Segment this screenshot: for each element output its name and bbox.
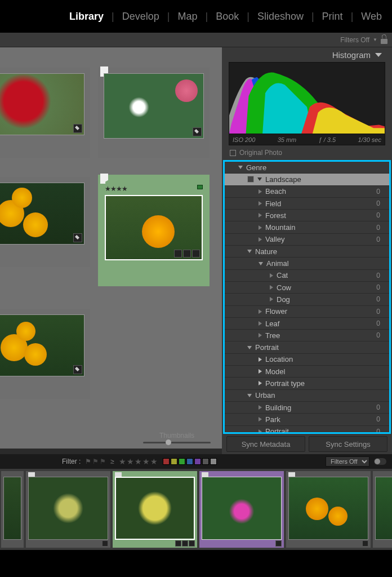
keyword-forest[interactable]: Forest0: [225, 210, 389, 221]
module-print[interactable]: Print: [322, 11, 343, 23]
keyword-park[interactable]: Park0: [225, 414, 389, 425]
grid-cell-selected[interactable]: ★★★★: [98, 175, 210, 286]
keyword-flower[interactable]: Flower0: [225, 306, 389, 318]
module-book[interactable]: Book: [216, 11, 239, 23]
lock-icon[interactable]: [381, 36, 387, 44]
histogram[interactable]: [229, 62, 385, 134]
checkbox-icon[interactable]: [230, 150, 236, 156]
filmstrip-thumb-selected[interactable]: [113, 471, 197, 548]
module-map[interactable]: Map: [177, 11, 197, 23]
color-label-green[interactable]: [197, 185, 203, 189]
filter-switch[interactable]: [374, 458, 386, 465]
keyword-building[interactable]: Building0: [225, 402, 389, 414]
checkbox-icon[interactable]: [247, 176, 254, 183]
color-filters[interactable]: [163, 458, 217, 465]
keyword-list[interactable]: Genre Landscape Beach0 Field0 Forest0 Mo…: [225, 162, 389, 434]
bottom-spacer: [0, 550, 392, 577]
keyword-mountain[interactable]: Mountain0: [225, 221, 389, 233]
keyword-portrait2[interactable]: Portrait0: [225, 426, 389, 434]
filmstrip-thumb[interactable]: [1, 471, 24, 548]
filters-off-label[interactable]: Filters Off: [340, 36, 369, 44]
adjust-icon: [192, 250, 200, 258]
module-library[interactable]: Library: [69, 11, 104, 23]
histogram-header[interactable]: Histogram: [222, 47, 392, 62]
thumbnails-label: Thumbnails: [159, 432, 194, 440]
keyword-nature[interactable]: Nature: [225, 246, 389, 258]
module-bar: Library | Develop | Map | Book | Slidesh…: [0, 0, 392, 33]
tag-icon: [73, 124, 82, 133]
grid-cell[interactable]: [98, 68, 210, 158]
keyword-cow[interactable]: Cow0: [225, 282, 389, 294]
tag-icon: [102, 540, 108, 547]
original-photo-label: Original Photo: [239, 149, 282, 157]
chevron-down-icon[interactable]: ▼: [373, 37, 377, 42]
keyword-dog[interactable]: Dog0: [225, 294, 389, 305]
grid-cell[interactable]: [0, 177, 90, 267]
iso-label: ISO 200: [233, 136, 255, 143]
keyword-tree[interactable]: Tree0: [225, 330, 389, 341]
thumbnail-size: Thumbnails: [132, 426, 222, 449]
filmstrip-thumb[interactable]: [26, 471, 110, 548]
rating-stars[interactable]: ★★★★: [105, 185, 127, 193]
focal-label: 35 mm: [278, 136, 297, 143]
keyword-landscape[interactable]: Landscape: [225, 174, 389, 185]
keyword-valley[interactable]: Valley0: [225, 234, 389, 246]
flag-filters[interactable]: ⚑⚑⚑: [85, 458, 106, 465]
lightroom-app: Library | Develop | Map | Book | Slidesh…: [0, 0, 392, 577]
tag-icon: [73, 365, 82, 374]
keyword-genre[interactable]: Genre: [225, 162, 389, 174]
thumbnail-size-slider[interactable]: [143, 442, 211, 443]
module-slideshow[interactable]: Slideshow: [257, 11, 304, 23]
filmstrip-thumb[interactable]: [373, 471, 392, 548]
keyword-portrait-type[interactable]: Portrait type: [225, 378, 389, 389]
keyword-beach[interactable]: Beach0: [225, 186, 389, 198]
filter-label: Filter :: [62, 458, 81, 465]
histogram-label: Histogram: [332, 50, 371, 60]
keyword-field[interactable]: Field0: [225, 198, 389, 210]
keyword-cat[interactable]: Cat0: [225, 270, 389, 282]
chevron-down-icon: [375, 53, 382, 57]
filmstrip-thumb[interactable]: [199, 471, 284, 548]
flag-icon[interactable]: [100, 174, 108, 184]
keyword-location[interactable]: Location: [225, 354, 389, 366]
original-photo-row[interactable]: Original Photo: [222, 145, 392, 160]
tag-icon: [193, 127, 202, 136]
grid-cell[interactable]: [0, 68, 90, 158]
keyword-animal[interactable]: Animal: [225, 258, 389, 269]
keyword-leaf[interactable]: Leaf0: [225, 318, 389, 330]
sync-buttons: Sync Metadata Sync Settings: [222, 434, 392, 454]
right-panel: Histogram ISO 200 35 mm ƒ / 3.5 1/30: [222, 47, 392, 454]
aperture-label: ƒ / 3.5: [319, 136, 336, 143]
module-develop[interactable]: Develop: [122, 11, 159, 23]
main-row: ★★★★: [0, 47, 392, 454]
star-filter[interactable]: ★★★★★: [119, 457, 158, 466]
badge-row: [174, 250, 200, 258]
filters-dropdown[interactable]: Filters Off: [326, 456, 369, 467]
sync-metadata-button[interactable]: Sync Metadata: [226, 436, 305, 452]
filmstrip[interactable]: [0, 469, 392, 550]
keyword-portrait[interactable]: Portrait: [225, 341, 389, 353]
histogram-info: ISO 200 35 mm ƒ / 3.5 1/30 sec: [229, 134, 385, 145]
tag-icon: [73, 233, 82, 242]
keyword-urban[interactable]: Urban: [225, 390, 389, 402]
ge-symbol: ≥: [110, 458, 114, 465]
module-web[interactable]: Web: [361, 11, 382, 23]
keyword-list-highlight: Genre Landscape Beach0 Field0 Forest0 Mo…: [223, 160, 391, 434]
sync-settings-button[interactable]: Sync Settings: [309, 436, 387, 452]
histogram-svg: [229, 63, 385, 134]
keyword-model[interactable]: Model: [225, 366, 389, 378]
filmstrip-thumb[interactable]: [286, 471, 371, 548]
grid-view[interactable]: ★★★★: [0, 47, 222, 449]
library-filter-row: Filters Off ▼: [0, 33, 392, 47]
shutter-label: 1/30 sec: [358, 136, 381, 143]
tag-icon: [174, 250, 182, 258]
filmstrip-filter-bar: Filter : ⚑⚑⚑ ≥ ★★★★★ Filters Off: [0, 454, 392, 469]
grid-cell[interactable]: [0, 309, 90, 399]
crop-icon: [183, 250, 191, 258]
